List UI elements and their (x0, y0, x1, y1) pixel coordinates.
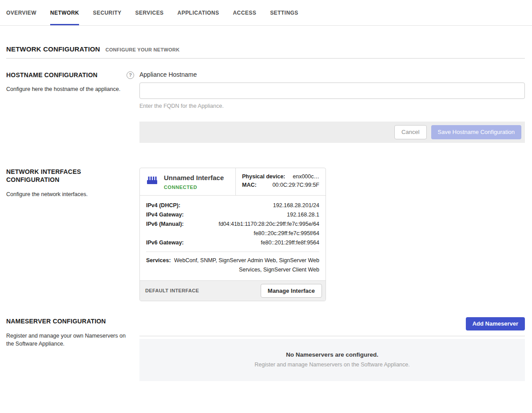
nameserver-section-aside: NAMESERVER CONFIGURATION Register and ma… (6, 317, 139, 381)
nameserver-toolbar: Add Nameserver (139, 317, 525, 330)
tab-security[interactable]: SECURITY (93, 0, 121, 25)
empty-state-title: No Nameservers are configured. (148, 351, 516, 358)
interface-card-footer: DEFAULT INTERFACE Manage Interface (140, 280, 326, 301)
services-row: Services: WebConf, SNMP, SignServer Admi… (146, 252, 319, 275)
hostname-button-bar: Cancel Save Hostname Configuration (139, 122, 525, 143)
help-icon[interactable]: ? (127, 71, 134, 79)
cancel-button[interactable]: Cancel (394, 125, 426, 139)
page-subtitle: CONFIGURE YOUR NETWORK (105, 47, 179, 52)
ipv4-gateway-row: IPv4 Gateway: 192.168.28.1 (146, 210, 319, 220)
hostname-section-aside: HOSTNAME CONFIGURATION ? Configure here … (6, 71, 139, 143)
default-interface-label: DEFAULT INTERFACE (145, 288, 199, 293)
page-header: NETWORK CONFIGURATION CONFIGURE YOUR NET… (6, 45, 525, 53)
tab-overview[interactable]: OVERVIEW (6, 0, 36, 25)
row-label: IPv6 Gateway: (146, 238, 184, 248)
tab-settings[interactable]: SETTINGS (270, 0, 298, 25)
row-value: fd04:41b1:1170:28:20c:29ff:fe7c:995e/64 … (184, 220, 319, 238)
nameserver-divider (139, 336, 525, 336)
tab-network[interactable]: NETWORK (50, 0, 79, 25)
mac-row: MAC: 00:0C:29:7C:99:5F (242, 182, 319, 188)
row-value: fe80::201:29ff:fe8f:9564 (184, 238, 319, 248)
tab-services[interactable]: SERVICES (135, 0, 164, 25)
interface-status-badge: CONNECTED (164, 185, 224, 190)
row-label: IPv6 (Manual): (146, 220, 184, 238)
row-value: 192.168.28.201/24 (180, 201, 319, 210)
network-hub-icon (146, 175, 158, 190)
hostname-help-text: Enter the FQDN for the Appliance. (139, 103, 525, 109)
interface-card: Unnamed Interface CONNECTED Physical dev… (139, 168, 326, 302)
interface-name: Unnamed Interface (164, 174, 224, 181)
interface-card-body: IPv4 (DHCP): 192.168.28.201/24 IPv4 Gate… (140, 196, 326, 280)
physical-device-row: Physical device: enx000c… (242, 173, 319, 180)
header-divider (6, 58, 525, 59)
nameserver-section: NAMESERVER CONFIGURATION Register and ma… (6, 317, 525, 381)
row-value: 192.168.28.1 (184, 210, 319, 220)
appliance-hostname-label: Appliance Hostname (139, 71, 525, 78)
ipv6-gateway-row: IPv6 Gateway: fe80::201:29ff:fe8f:9564 (146, 238, 319, 248)
services-label: Services: (146, 256, 171, 275)
row-label: IPv4 (DHCP): (146, 201, 180, 210)
top-navigation: OVERVIEW NETWORK SECURITY SERVICES APPLI… (0, 0, 532, 26)
tab-access[interactable]: ACCESS (233, 0, 256, 25)
services-value: WebConf, SNMP, SignServer Admin Web, Sig… (171, 256, 319, 275)
nameserver-section-desc: Register and manage your own Nameservers… (6, 332, 134, 349)
add-nameserver-button[interactable]: Add Nameserver (466, 317, 525, 330)
interfaces-section: NETWORK INTERFACES CONFIGURATION Configu… (6, 168, 525, 302)
manage-interface-button[interactable]: Manage Interface (261, 284, 322, 298)
page-title: NETWORK CONFIGURATION (6, 45, 100, 53)
empty-state-desc: Register and manage Nameservers on the S… (148, 362, 516, 368)
interfaces-section-aside: NETWORK INTERFACES CONFIGURATION Configu… (6, 168, 139, 302)
ipv6-address-1: fd04:41b1:1170:28:20c:29ff:fe7c:995e/64 (184, 220, 319, 229)
interfaces-section-desc: Configure the network interfaces. (6, 190, 134, 199)
nameserver-section-title: NAMESERVER CONFIGURATION (6, 317, 109, 325)
ipv4-dhcp-row: IPv4 (DHCP): 192.168.28.201/24 (146, 201, 319, 210)
mac-value: 00:0C:29:7C:99:5F (272, 182, 319, 188)
save-hostname-button[interactable]: Save Hostname Configuration (431, 125, 521, 139)
interfaces-section-title: NETWORK INTERFACES CONFIGURATION (6, 168, 109, 184)
row-label: IPv4 Gateway: (146, 210, 184, 220)
nameserver-empty-state: No Nameservers are configured. Register … (139, 339, 525, 381)
ipv6-manual-row: IPv6 (Manual): fd04:41b1:1170:28:20c:29f… (146, 220, 319, 238)
tab-applications[interactable]: APPLICATIONS (178, 0, 219, 25)
hostname-section-title: HOSTNAME CONFIGURATION (6, 71, 98, 79)
interface-card-header: Unnamed Interface CONNECTED Physical dev… (140, 168, 326, 196)
physical-device-label: Physical device: (242, 173, 285, 180)
hostname-section: HOSTNAME CONFIGURATION ? Configure here … (6, 71, 525, 143)
physical-device-value: enx000c… (293, 173, 319, 180)
hostname-section-desc: Configure here the hostname of the appli… (6, 85, 134, 94)
mac-label: MAC: (242, 182, 257, 188)
ipv6-address-2: fe80::20c:29ff:fe7c:995f/64 (184, 229, 319, 238)
appliance-hostname-input[interactable] (139, 83, 525, 99)
